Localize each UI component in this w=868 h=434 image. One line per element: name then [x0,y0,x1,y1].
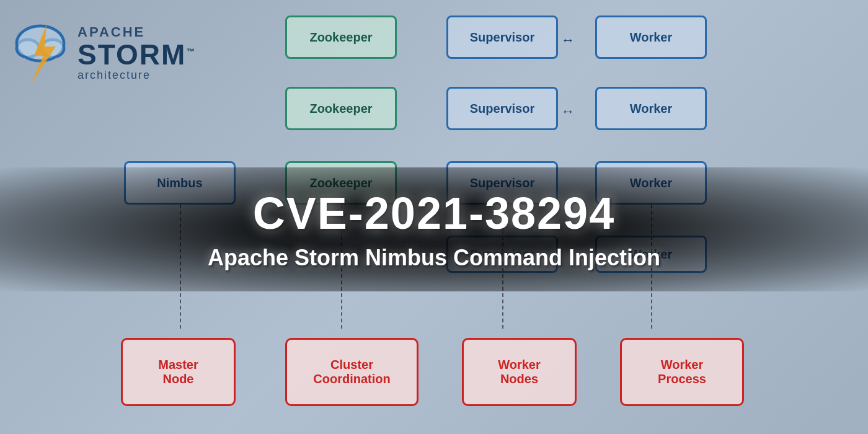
zookeeper-box-2: Zookeeper [285,87,397,130]
cve-id: CVE-2021-38294 [253,188,615,239]
cve-overlay: CVE-2021-38294 Apache Storm Nimbus Comma… [0,167,868,291]
supervisor-box-1: Supervisor [446,16,558,59]
supervisor-box-2: Supervisor [446,87,558,130]
main-container: APACHE STORM™ architecture Zookeeper Sup… [0,0,868,434]
cve-subtitle: Apache Storm Nimbus Command Injection [208,245,660,271]
master-node-box: Master Node [121,338,236,406]
logo-storm: STORM™ [78,40,196,69]
worker-box-2: Worker [595,87,707,130]
logo-text: APACHE STORM™ architecture [78,24,196,82]
apache-storm-logo-icon [12,12,68,93]
logo-architecture: architecture [78,69,196,82]
worker-nodes-box: Worker Nodes [462,338,577,406]
cluster-coordination-box: Cluster Coordination [285,338,418,406]
logo-area: APACHE STORM™ architecture [12,12,196,93]
arrow-1: ↔ [561,32,575,48]
arrow-2: ↔ [561,104,575,120]
zookeeper-box-1: Zookeeper [285,16,397,59]
worker-process-box: Worker Process [620,338,744,406]
svg-point-4 [18,41,38,56]
worker-box-1: Worker [595,16,707,59]
